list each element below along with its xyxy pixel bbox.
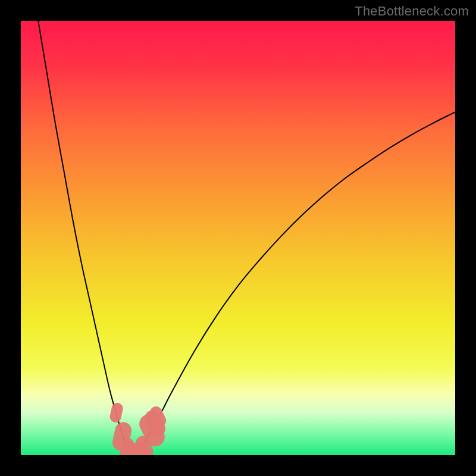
- bottleneck-chart: [21, 21, 455, 455]
- marker-0: [115, 409, 117, 417]
- marker-9: [156, 412, 160, 421]
- plot-area: [21, 21, 455, 455]
- gradient-background: [21, 21, 455, 455]
- marker-6: [142, 443, 146, 452]
- watermark-text: TheBottleneck.com: [355, 4, 469, 19]
- chart-frame: TheBottleneck.com: [0, 0, 476, 476]
